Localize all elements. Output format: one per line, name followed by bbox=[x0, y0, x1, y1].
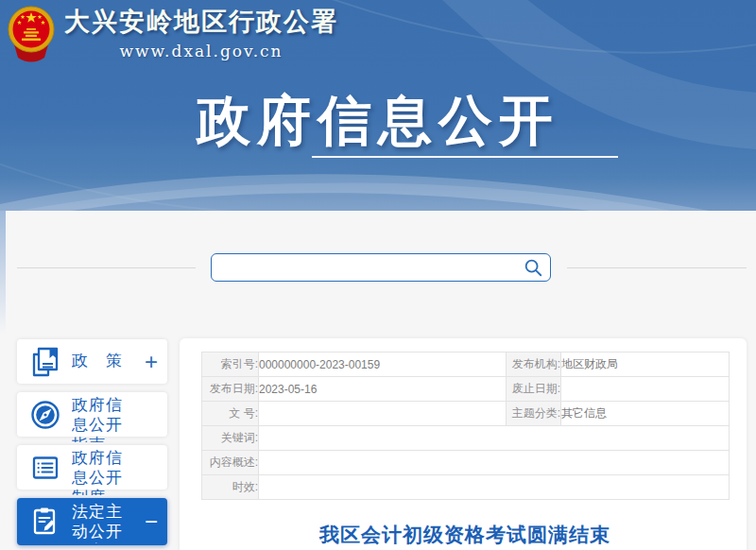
meta-value-publish-date: 2023-05-16 bbox=[259, 377, 507, 402]
search-box bbox=[211, 253, 551, 282]
meta-value-topic-category: 其它信息 bbox=[561, 402, 730, 426]
meta-value-expiry-date bbox=[561, 377, 730, 402]
site-name[interactable]: 大兴安岭地区行政公署 bbox=[64, 5, 338, 39]
site-banner: 大兴安岭地区行政公署 www.dxal.gov.cn 政府信息公开 bbox=[0, 0, 756, 211]
search-left-divider bbox=[17, 267, 196, 268]
sidebar-item-label: 政府信息公开制度 bbox=[72, 448, 129, 495]
sidebar: 政 策 + 政府信息公开指南 bbox=[17, 339, 167, 550]
meta-label-index: 索引号: bbox=[202, 352, 259, 377]
sidebar-item-label: 政 策 bbox=[72, 351, 138, 372]
meta-value-keywords bbox=[259, 426, 730, 451]
meta-label-publisher: 发布机构: bbox=[507, 352, 561, 377]
site-brand: 大兴安岭地区行政公署 www.dxal.gov.cn bbox=[8, 5, 338, 67]
sidebar-item-disclosure-rules[interactable]: 政府信息公开制度 bbox=[17, 445, 167, 490]
meta-value-validity bbox=[259, 475, 730, 500]
meta-value-summary bbox=[259, 451, 730, 475]
table-row: 索引号: 000000000-2023-00159 发布机构: 地区财政局 bbox=[202, 352, 730, 377]
clipboard-edit-icon bbox=[29, 505, 61, 537]
meta-value-publisher: 地区财政局 bbox=[561, 352, 730, 377]
banner-underline-decoration bbox=[312, 156, 618, 158]
article-meta-table: 索引号: 000000000-2023-00159 发布机构: 地区财政局 发布… bbox=[201, 352, 730, 500]
compass-icon bbox=[29, 399, 61, 431]
meta-label-summary: 内容概述: bbox=[202, 451, 259, 475]
national-emblem-icon bbox=[8, 5, 55, 67]
article-title: 我区会计初级资格考试圆满结束 bbox=[201, 522, 729, 548]
meta-value-doc-number bbox=[259, 402, 507, 426]
sidebar-item-statutory-disclosure[interactable]: 法定主动公开内容 − bbox=[17, 498, 167, 545]
main-area: 政 策 + 政府信息公开指南 bbox=[0, 338, 756, 550]
table-row: 发布日期: 2023-05-16 废止日期: bbox=[202, 377, 730, 402]
article-content-card: 索引号: 000000000-2023-00159 发布机构: 地区财政局 发布… bbox=[180, 338, 747, 550]
table-row: 文 号: 主题分类: 其它信息 bbox=[202, 402, 730, 426]
sidebar-item-label: 政府信息公开指南 bbox=[72, 395, 129, 442]
table-row: 内容概述: bbox=[202, 451, 730, 475]
search-right-divider bbox=[567, 267, 747, 268]
left-edge-gradient-decoration bbox=[0, 211, 6, 334]
banner-page-title: 政府信息公开 bbox=[0, 85, 756, 158]
meta-label-topic-category: 主题分类: bbox=[507, 402, 561, 426]
meta-value-index: 000000000-2023-00159 bbox=[259, 352, 507, 377]
meta-label-publish-date: 发布日期: bbox=[202, 377, 259, 402]
meta-label-validity: 时效: bbox=[202, 475, 259, 500]
table-row: 时效: bbox=[202, 475, 730, 500]
collapse-minus-icon[interactable]: − bbox=[145, 510, 158, 533]
search-input[interactable] bbox=[221, 255, 516, 280]
meta-label-doc-number: 文 号: bbox=[202, 402, 259, 426]
sidebar-item-disclosure-guide[interactable]: 政府信息公开指南 bbox=[17, 392, 167, 437]
table-row: 关键词: bbox=[202, 426, 730, 451]
site-url[interactable]: www.dxal.gov.cn bbox=[64, 42, 338, 60]
search-icon[interactable] bbox=[516, 254, 550, 281]
meta-label-keywords: 关键词: bbox=[202, 426, 259, 451]
meta-label-expiry-date: 废止日期: bbox=[507, 377, 561, 402]
sidebar-item-policy[interactable]: 政 策 + bbox=[17, 339, 167, 384]
brand-text: 大兴安岭地区行政公署 www.dxal.gov.cn bbox=[64, 5, 338, 60]
list-icon bbox=[29, 452, 61, 484]
sidebar-item-label: 法定主动公开内容 bbox=[72, 502, 129, 543]
expand-plus-icon[interactable]: + bbox=[145, 351, 158, 373]
book-icon bbox=[29, 346, 61, 378]
page: 大兴安岭地区行政公署 www.dxal.gov.cn 政府信息公开 bbox=[0, 0, 756, 550]
